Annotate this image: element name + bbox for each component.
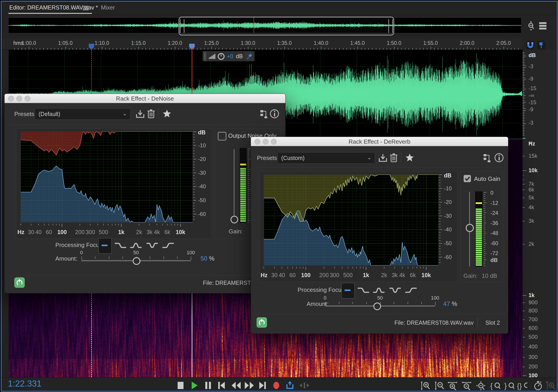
dereverb-power-button[interactable]	[257, 317, 267, 328]
move-playhead-button[interactable]	[299, 381, 309, 390]
dereverb-auto-gain-checkbox[interactable]	[464, 175, 471, 182]
dereverb-focus-low-icon[interactable]	[357, 286, 370, 294]
denoise-focus-full-button[interactable]	[98, 238, 112, 254]
dereverb-focus-mid-icon[interactable]	[373, 286, 385, 294]
record-button[interactable]	[271, 381, 281, 390]
denoise-focus-high-icon[interactable]	[162, 242, 174, 249]
power-icon	[14, 277, 25, 288]
hud-clock-icon[interactable]	[217, 53, 225, 60]
hud-grip[interactable]	[203, 51, 207, 61]
dereverb-info-icon[interactable]	[494, 153, 504, 163]
svg-text:3k: 3k	[392, 272, 398, 278]
stop-button[interactable]	[175, 381, 186, 390]
denoise-titlebar[interactable]: Rack Effect - DeNoise	[5, 94, 285, 103]
loop-playback-button[interactable]	[285, 381, 295, 390]
denoise-amount-value: 50 %	[201, 255, 215, 262]
window-dereverb[interactable]: Rack Effect - DeReverb Presets: (Custom)…	[251, 137, 508, 334]
svg-text:2k: 2k	[381, 272, 387, 278]
timeline-ruler[interactable]: hms 1:00.01:05.01:10.01:15.01:20.01:25.0…	[2, 38, 522, 50]
denoise-focus-low-icon[interactable]	[114, 242, 127, 249]
zoom-to-in-point-icon[interactable]: {	[490, 381, 500, 390]
dereverb-presets-label: Presets:	[257, 155, 279, 162]
svg-text:1k: 1k	[363, 272, 369, 278]
hz-scale-label: 4k	[529, 204, 534, 210]
window-denoise[interactable]: Rack Effect - DeNoise Presets: (Default)…	[4, 94, 286, 293]
denoise-power-button[interactable]	[14, 277, 25, 288]
dereverb-favorite-icon[interactable]	[405, 153, 415, 163]
svg-text:300: 300	[330, 272, 339, 278]
panel-menu-icon[interactable]	[83, 5, 89, 11]
hz-scale-label: 300	[529, 354, 538, 360]
svg-text:Hz: Hz	[17, 229, 25, 235]
hz-scale-label: 3k	[529, 218, 534, 224]
time-display[interactable]: 1:22.331	[8, 379, 42, 389]
denoise-routing-icon[interactable]	[260, 109, 269, 119]
dereverb-save-preset-icon[interactable]	[378, 153, 388, 163]
svg-text:3k: 3k	[147, 229, 153, 235]
amount-slider-handle[interactable]	[373, 302, 381, 310]
marker-flag-icon[interactable]	[536, 41, 546, 50]
dereverb-focus-high-icon[interactable]	[405, 286, 417, 294]
snap-toggle-icon[interactable]	[526, 41, 535, 50]
dereverb-delete-preset-icon[interactable]	[389, 152, 398, 163]
dereverb-auto-gain-label: Auto Gain	[474, 175, 500, 182]
overview-viewport-bracket[interactable]	[179, 17, 394, 36]
dereverb-preset-select[interactable]: (Custom)⌄	[277, 152, 375, 164]
editor-options-icon[interactable]	[538, 22, 548, 31]
dereverb-focus-full-button[interactable]	[341, 283, 355, 299]
hud-gain-value[interactable]: +0	[227, 53, 233, 60]
denoise-gain-slider-handle[interactable]	[230, 216, 238, 223]
svg-text:500: 500	[343, 272, 353, 278]
zoom-to-out-point-icon[interactable]: }	[504, 381, 514, 390]
hud-volume-bars-icon[interactable]	[209, 53, 216, 59]
dereverb-routing-icon[interactable]	[483, 153, 492, 163]
viewport-left-grip[interactable]	[180, 19, 184, 33]
skip-to-end-button[interactable]	[257, 381, 268, 390]
svg-text:-60: -60	[198, 211, 206, 217]
denoise-title: Rack Effect - DeNoise	[5, 95, 285, 102]
denoise-focus-mid-icon[interactable]	[130, 242, 142, 249]
dereverb-titlebar[interactable]: Rack Effect - DeReverb	[251, 137, 508, 146]
editor-hud[interactable]: +0 dB	[202, 51, 255, 61]
dereverb-focus-notch-icon[interactable]	[389, 286, 401, 294]
zoom-out-vertical-icon[interactable]	[434, 381, 444, 390]
denoise-output-noise-only-checkbox[interactable]	[218, 132, 226, 141]
denoise-favorite-icon[interactable]	[162, 109, 172, 119]
hz-scale-label: 800	[529, 308, 538, 314]
denoise-frequency-graph[interactable]: dB-10-20-30-40-50-60Hz304060100200300500…	[16, 128, 211, 238]
denoise-preset-select[interactable]: (Default)⌄	[35, 108, 131, 120]
viewport-right-grip[interactable]	[388, 19, 393, 33]
play-button[interactable]	[189, 381, 199, 390]
focus-full-band-icon	[99, 238, 111, 252]
hud-pin-button[interactable]	[245, 52, 254, 60]
dereverb-frequency-graph[interactable]: dB-10-20-30-40-50-60Hz304060100200300500…	[259, 172, 457, 281]
svg-text:2k: 2k	[136, 229, 142, 235]
skip-to-start-button[interactable]	[216, 381, 227, 390]
denoise-gain-slider-track[interactable]	[234, 149, 235, 217]
timer-icon[interactable]	[532, 381, 543, 390]
playhead-wave[interactable]	[192, 44, 192, 94]
zoom-reset-overview-icon[interactable]	[526, 20, 536, 32]
denoise-info-icon[interactable]	[270, 109, 279, 119]
dereverb-file-label: File: DREAMERST08.WAV.wav	[394, 319, 474, 326]
zoom-reset-icon[interactable]	[475, 381, 485, 390]
fast-forward-button[interactable]	[243, 381, 254, 390]
rewind-button[interactable]	[230, 381, 241, 390]
zoom-to-selection-icon[interactable]: {}	[517, 381, 527, 390]
zoom-in-horizontal-icon[interactable]	[447, 381, 457, 390]
zoom-in-vertical-icon[interactable]	[420, 381, 430, 390]
denoise-focus-notch-icon[interactable]	[146, 242, 158, 249]
amount-slider-handle[interactable]	[133, 257, 140, 265]
denoise-save-preset-icon[interactable]	[135, 109, 145, 119]
denoise-processing-focus-label: Processing Focus:	[55, 242, 104, 249]
zoom-out-horizontal-icon[interactable]	[461, 381, 471, 390]
denoise-delete-preset-icon[interactable]	[147, 108, 156, 119]
pause-button[interactable]	[203, 381, 213, 390]
hz-scale-label: 900	[529, 299, 538, 306]
amount-scale-label: 50	[133, 250, 139, 256]
dereverb-gain-slider-handle[interactable]	[466, 224, 474, 232]
tab-mixer[interactable]: Mixer	[101, 4, 115, 11]
svg-text:10k: 10k	[176, 229, 185, 235]
svg-text:60: 60	[46, 229, 52, 235]
playhead-spectral[interactable]	[192, 293, 192, 377]
